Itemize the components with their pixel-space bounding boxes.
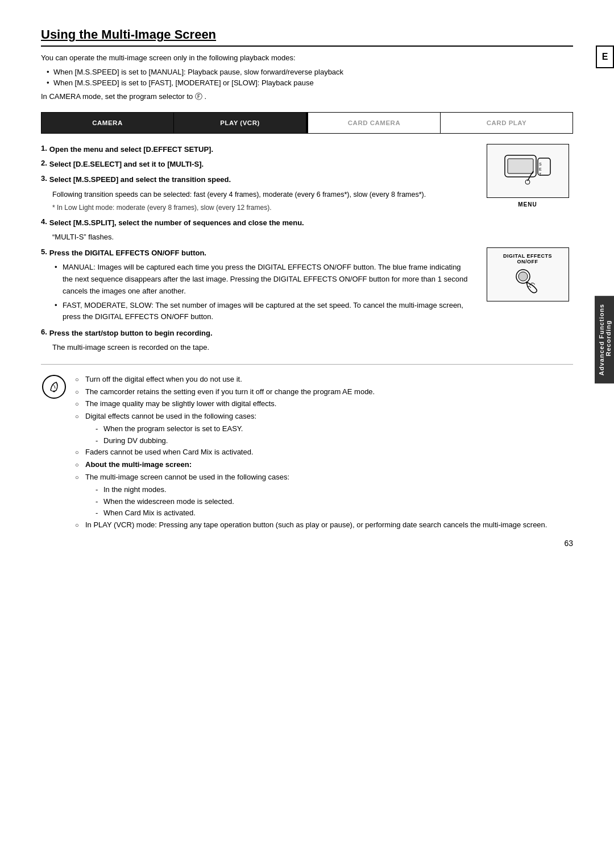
step-6-number: 6. [41,328,47,336]
step-3-sub-2: * In Low Light mode: moderate (every 8 f… [52,202,473,213]
about-multi-1: The multi-image screen cannot be used in… [75,472,573,483]
intro-text-1: You can operate the multi-image screen o… [41,52,573,64]
note-3: The image quality may be slightly lower … [75,398,573,410]
digital-effects-illustration: DIGITAL EFFECTSON/OFF [487,247,569,301]
tab-card-camera-label: CARD CAMERA [348,119,400,126]
step-3-text: Select [M.S.SPEED] and select the transi… [49,174,231,186]
note-dash-2: During DV dubbing. [96,435,573,447]
note-icon-svg [42,374,67,399]
digital-effects-svg [505,265,550,296]
notes-section: Turn off the digital effect when you do … [41,374,573,532]
tab-play-vcr[interactable]: PLAY (VCR) [174,113,306,133]
step-5-bullets: MANUAL: Images will be captured each tim… [55,262,473,323]
about-multi-dash-2: When the widescreen mode is selected. [96,496,573,508]
step-6-text: Press the start/stop button to begin rec… [49,328,213,340]
svg-text:S: S [539,162,542,166]
note-2: The camcorder retains the setting even i… [75,386,573,398]
note-1: Turn off the digital effect when you do … [75,374,573,386]
step-4-sub: “MULTI-S” flashes. [52,232,573,243]
tab-camera-label: CAMERA [92,119,122,126]
steps-1-3-text: 1. Open the menu and select [D.EFFECT SE… [41,144,473,213]
about-multi-label: About the multi-image screen: [75,459,573,471]
steps-1-3-row: 1. Open the menu and select [D.EFFECT SE… [41,144,573,213]
step-3-number: 3. [41,174,47,183]
menu-device-svg: S E T [493,150,562,192]
svg-point-11 [53,390,55,392]
note-dash-1: When the program selector is set to EASY… [96,423,573,435]
digital-effects-illustration-container: DIGITAL EFFECTSON/OFF [482,247,573,301]
step-5-text: Press the DIGITAL EFFECTS ON/OFF button. [49,247,206,259]
svg-text:T: T [539,172,542,176]
section-divider [41,364,573,365]
section-tab-e: E [596,46,614,68]
page-number: 63 [564,539,573,548]
step-2-text: Select [D.E.SELECT] and set it to [MULTI… [49,159,204,171]
svg-rect-1 [508,159,533,173]
page-container: E Advanced Functions Recording Using the… [0,0,614,565]
advanced-functions-label: Advanced Functions [598,304,605,375]
menu-illustration-container: S E T MENU [482,144,573,208]
svg-point-8 [518,272,528,281]
tab-e-label: E [602,52,608,62]
about-multi-dash-list: In the night modes. When the widescreen … [96,484,573,519]
svg-point-9 [43,375,65,398]
step-4: 4. Select [M.S.SPLIT], select the number… [41,217,573,229]
step-2: 2. Select [D.E.SELECT] and set it to [MU… [41,159,473,171]
intro-bullets: When [M.S.SPEED] is set to [MANUAL]: Pla… [47,67,573,89]
step-3: 3. Select [M.S.SPEED] and select the tra… [41,174,473,186]
digital-effects-label-top: DIGITAL EFFECTSON/OFF [503,253,552,266]
step-5-number: 5. [41,247,47,256]
step-3-sub-1: Following transition speeds can be selec… [52,189,473,200]
note-icon [41,374,67,400]
steps-5-row: 5. Press the DIGITAL EFFECTS ON/OFF butt… [41,247,573,323]
step-2-number: 2. [41,159,47,167]
advanced-functions-tab: Advanced Functions Recording [595,296,614,383]
note-5: Faders cannot be used when Card Mix is a… [75,447,573,458]
intro-text-2: In CAMERA mode, set the program selector… [41,91,573,103]
step-1: 1. Open the menu and select [D.EFFECT SE… [41,144,473,156]
page-title: Using the Multi-Image Screen [41,27,573,47]
step-5-text-area: 5. Press the DIGITAL EFFECTS ON/OFF butt… [41,247,473,323]
step-4-number: 4. [41,217,47,226]
svg-text:E: E [539,167,542,171]
intro-bullet-2: When [M.S.SPEED] is set to [FAST], [MODE… [47,77,573,89]
tab-card-play[interactable]: CARD PLAY [441,113,572,133]
step-4-text: Select [M.S.SPLIT], select the number of… [49,217,304,229]
about-multi-dash-1: In the night modes. [96,484,573,496]
menu-illustration: S E T [487,144,569,198]
step-1-text: Open the menu and select [D.EFFECT SETUP… [49,144,213,156]
recording-label: Recording [605,320,612,356]
tab-play-vcr-label: PLAY (VCR) [220,119,260,126]
step-6-sub: The multi-image screen is recorded on th… [52,342,573,354]
about-multi-2: In PLAY (VCR) mode: Pressing any tape op… [75,519,573,531]
step-1-number: 1. [41,144,47,152]
intro-bullet-1: When [M.S.SPEED] is set to [MANUAL]: Pla… [47,67,573,78]
menu-label: MENU [518,201,537,208]
step-6: 6. Press the start/stop button to begin … [41,328,573,340]
tab-camera[interactable]: CAMERA [42,113,174,133]
step-5: 5. Press the DIGITAL EFFECTS ON/OFF butt… [41,247,473,259]
about-multi-dash-3: When Card Mix is activated. [96,507,573,519]
step-5-bullet-2: FAST, MODERATE, SLOW: The set number of … [55,300,473,324]
notes-content: Turn off the digital effect when you do … [75,374,573,532]
step-5-bullet-1: MANUAL: Images will be captured each tim… [55,262,473,297]
note-dash-list: When the program selector is set to EASY… [96,423,573,447]
tab-card-play-label: CARD PLAY [487,119,527,126]
note-4: Digital effects cannot be used in the fo… [75,411,573,423]
tab-card-camera[interactable]: CARD CAMERA [308,113,441,133]
mode-tabs-bar: CAMERA PLAY (VCR) CARD CAMERA CARD PLAY [41,112,573,134]
